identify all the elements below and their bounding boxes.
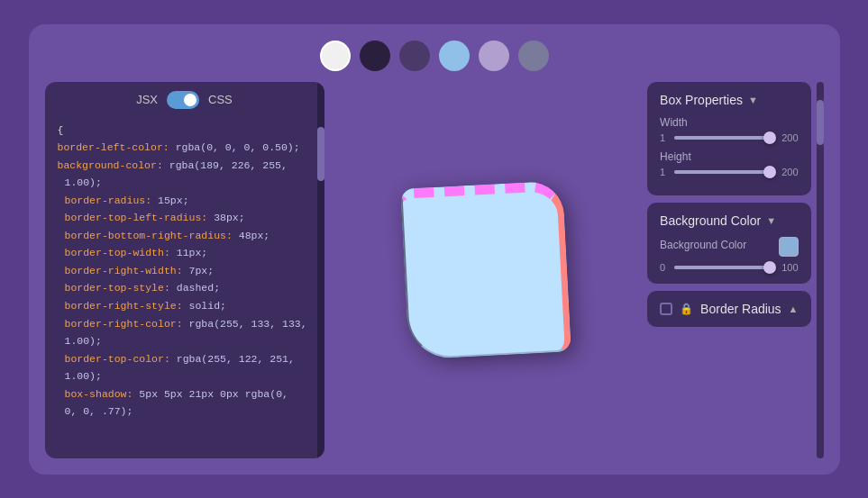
box-properties-section: Box Properties ▼ Width 1: [647, 82, 810, 195]
box-properties-header: Box Properties ▼: [660, 93, 798, 107]
swatch-bar: [45, 41, 824, 71]
background-color-section: Background Color ▼ Background Color 0: [647, 203, 810, 284]
swatch-gray[interactable]: [518, 41, 549, 71]
code-line-2: background-color: rgba(189, 226, 255,: [58, 157, 312, 175]
bg-color-row: Background Color: [660, 237, 798, 257]
background-color-title: Background Color ▼: [660, 213, 776, 228]
bg-color-min: 0: [660, 262, 669, 273]
bg-color-slider-fill: [674, 266, 769, 269]
border-radius-chevron[interactable]: ▲: [789, 303, 799, 314]
bg-color-slider-track[interactable]: [674, 266, 769, 269]
height-row: Height 1 200: [660, 150, 798, 177]
bg-color-slider-thumb[interactable]: [763, 261, 776, 274]
width-min: 1: [660, 132, 669, 143]
code-line-12b: 0, 0, .77);: [58, 403, 312, 421]
border-radius-title-text: Border Radius: [700, 302, 781, 316]
code-line-brace: {: [58, 122, 312, 140]
code-panel-header: JSX CSS: [45, 82, 324, 116]
code-line-12: box-shadow: 5px 5px 21px 0px rgba(0,: [58, 385, 312, 403]
jsx-css-toggle[interactable]: [167, 91, 199, 109]
code-line-7: border-right-width: 7px;: [58, 262, 312, 280]
props-scrollbar[interactable]: [817, 82, 824, 458]
code-line-3: border-radius: 15px;: [58, 192, 312, 210]
content-area: JSX CSS { border-left-color: rgba(0, 0, …: [45, 82, 824, 458]
code-line-4: border-top-left-radius: 38px;: [58, 209, 312, 227]
code-line-10: border-right-color: rgba(255, 133, 133,: [58, 315, 312, 333]
code-line-1: border-left-color: rgba(0, 0, 0, 0.50);: [58, 139, 312, 157]
code-line-10b: 1.00);: [58, 332, 312, 350]
swatch-white[interactable]: [320, 41, 351, 71]
swatch-dark[interactable]: [360, 41, 390, 71]
width-slider-row: 1 200: [660, 132, 798, 143]
height-slider-thumb[interactable]: [763, 166, 776, 178]
width-slider-thumb[interactable]: [763, 131, 776, 144]
jsx-label: JSX: [136, 93, 158, 106]
props-right-area: Box Properties ▼ Width 1: [647, 82, 823, 458]
border-radius-section: 🔒 Border Radius ▲: [647, 291, 810, 327]
code-line-6: border-top-width: 11px;: [58, 244, 312, 262]
code-line-11: border-top-color: rgba(255, 122, 251,: [58, 350, 312, 368]
border-radius-header: 🔒 Border Radius ▲: [660, 302, 798, 316]
height-min: 1: [660, 167, 669, 177]
code-scrollbar[interactable]: [317, 82, 324, 458]
swatch-darkpurple[interactable]: [399, 41, 430, 71]
box-preview[interactable]: [400, 180, 571, 359]
lock-icon: 🔒: [680, 303, 693, 315]
props-panel: Box Properties ▼ Width 1: [647, 82, 810, 458]
height-slider-row: 1 200: [660, 167, 798, 177]
bg-color-slider-row: 0 100: [660, 262, 798, 273]
width-slider-fill: [674, 136, 769, 140]
props-scrollbar-thumb: [817, 100, 824, 145]
css-label: CSS: [208, 93, 233, 106]
code-line-2b: 1.00);: [58, 174, 312, 192]
bg-color-max: 100: [775, 262, 799, 273]
main-container: JSX CSS { border-left-color: rgba(0, 0, …: [29, 24, 840, 475]
height-label: Height: [660, 150, 798, 163]
box-properties-title-text: Box Properties: [660, 93, 743, 107]
bg-color-label: Background Color: [660, 239, 746, 251]
code-line-11b: 1.00);: [58, 367, 312, 385]
width-row: Width 1 200: [660, 116, 798, 143]
box-properties-chevron[interactable]: ▼: [748, 95, 758, 105]
swatch-lightpurple[interactable]: [479, 41, 509, 71]
background-color-header: Background Color ▼: [660, 213, 798, 228]
code-line-9: border-right-style: solid;: [58, 297, 312, 315]
background-color-title-text: Background Color: [660, 213, 761, 228]
code-line-5: border-bottom-right-radius: 48px;: [58, 227, 312, 245]
code-line-8: border-top-style: dashed;: [58, 279, 312, 297]
border-radius-checkbox[interactable]: [660, 303, 672, 315]
height-slider-fill: [674, 170, 769, 174]
background-color-chevron[interactable]: ▼: [766, 215, 776, 226]
swatch-lightblue[interactable]: [439, 41, 470, 71]
width-max: 200: [775, 132, 799, 143]
box-properties-title: Box Properties ▼: [660, 93, 758, 107]
code-panel: JSX CSS { border-left-color: rgba(0, 0, …: [45, 82, 324, 458]
width-slider-track[interactable]: [674, 136, 769, 140]
width-label: Width: [660, 116, 798, 129]
height-slider-track[interactable]: [674, 170, 769, 174]
code-scrollbar-thumb: [317, 127, 324, 181]
height-max: 200: [775, 167, 799, 177]
canvas-area: [335, 82, 637, 458]
bg-color-swatch[interactable]: [779, 237, 799, 257]
code-content[interactable]: { border-left-color: rgba(0, 0, 0, 0.50)…: [45, 116, 324, 458]
